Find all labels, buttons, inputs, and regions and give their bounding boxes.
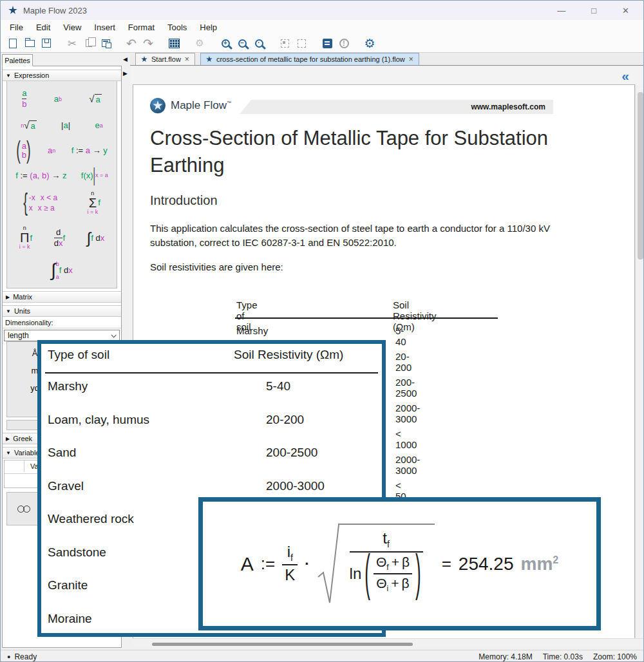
- palette-item-eval-at[interactable]: f(x)|x = a: [81, 171, 108, 180]
- interrupt-icon[interactable]: !: [336, 35, 352, 51]
- copy-icon[interactable]: [80, 35, 97, 51]
- palette-item-product[interactable]: nΠi = kf: [19, 225, 32, 250]
- menu-insert[interactable]: Insert: [88, 23, 122, 32]
- palette-item-definite-integral[interactable]: ∫ ba f dx: [51, 261, 73, 280]
- website-banner: www.maplesoft.com: [240, 100, 553, 114]
- close-button[interactable]: ✕: [622, 6, 629, 15]
- select-marquee-icon[interactable]: [293, 35, 310, 51]
- soil-paragraph: Soil resistivities are given here:: [150, 261, 283, 272]
- table-cell: Loam, clay, humus: [48, 413, 149, 427]
- theta-fraction: Θf+β Θi+β: [374, 554, 412, 593]
- evaluate-gears-icon[interactable]: ⚙: [191, 35, 208, 51]
- toolbar: ✂ ↶ ↷ ⚙ + − · ! ⚙: [1, 34, 643, 53]
- zoom-out-icon[interactable]: −: [234, 35, 251, 51]
- fraction-if-over-K: if K: [282, 544, 298, 584]
- save-icon[interactable]: [38, 35, 55, 51]
- collapse-panel-icon[interactable]: «: [621, 68, 629, 84]
- vertical-scrollbar[interactable]: [635, 84, 644, 638]
- chevron-down-icon: [111, 332, 116, 337]
- table-cell: Sand: [48, 446, 76, 460]
- table-cell: 20-200: [266, 413, 304, 427]
- palette-item-fraction[interactable]: ab: [22, 89, 26, 109]
- table-cell: Marshy: [48, 379, 88, 393]
- table-cell: 200-2500: [395, 377, 417, 399]
- menu-format[interactable]: Format: [122, 23, 161, 32]
- section-units[interactable]: ▼ Units: [3, 305, 121, 317]
- status-dot-icon: ●: [7, 654, 10, 660]
- document-tab-bar: Start.flow × cross-section of metallic t…: [130, 53, 643, 66]
- expand-icon: ▼: [6, 73, 11, 79]
- title-bar: Maple Flow 2023 — □ ✕: [1, 1, 643, 20]
- table-cell: Weathered rock: [48, 512, 134, 526]
- tab-cross-section-flow[interactable]: cross-section of metallic tape for subst…: [200, 53, 419, 65]
- palette-item-piecewise[interactable]: { -xx < a xx ≥ a: [23, 193, 57, 213]
- expand-icon: ▼: [6, 308, 11, 314]
- palette-item-abs[interactable]: |a|: [61, 120, 70, 130]
- maximize-button[interactable]: □: [591, 6, 596, 15]
- cut-icon[interactable]: ✂: [64, 35, 80, 51]
- equation[interactable]: A := if K · tf ln (: [241, 522, 558, 607]
- horizontal-scrollbar-thumb[interactable]: [152, 643, 413, 646]
- document-title: Cross-Section of Metallic Tape for Subst…: [150, 125, 575, 179]
- palette-item-exp[interactable]: ea: [95, 120, 103, 130]
- glasses-icon[interactable]: [17, 506, 30, 513]
- palettes-tab[interactable]: Palettes: [2, 54, 33, 66]
- column-header: Type of soil: [48, 348, 109, 362]
- formula-lhs: A: [241, 553, 254, 575]
- new-document-icon[interactable]: [5, 35, 21, 51]
- settings-gear-icon[interactable]: ⚙: [361, 35, 378, 51]
- zoom-reset-icon[interactable]: ·: [251, 35, 267, 51]
- expression-palette-body: ab ab √a n√a |a| ea: [6, 81, 117, 288]
- column-header: Soil Resistivity (Ωm): [234, 348, 343, 362]
- redo-icon[interactable]: ↷: [140, 35, 156, 51]
- menu-bar: File Edit View Insert Format Tools Help: [1, 20, 643, 34]
- menu-file[interactable]: File: [3, 23, 30, 32]
- palette-item-vector[interactable]: ( ab ): [16, 142, 32, 160]
- maple-leaf-icon: [206, 56, 213, 62]
- palette-item-nth-root[interactable]: n√a: [21, 120, 36, 131]
- status-bar: ● Ready Memory: 4.18M Time: 0.03s Zoom: …: [1, 650, 643, 662]
- palette-item-summation[interactable]: nΣi = kf: [87, 191, 100, 215]
- status-zoom: Zoom: 100%: [593, 652, 637, 661]
- expand-icon: ▼: [6, 450, 11, 456]
- app-window: Maple Flow 2023 — □ ✕ File Edit View Ins…: [0, 0, 644, 662]
- brand-name: Maple Flow: [171, 99, 227, 111]
- menu-view[interactable]: View: [57, 23, 88, 32]
- menu-help[interactable]: Help: [193, 23, 223, 32]
- table-rule: [45, 372, 378, 374]
- document-header-strip: «: [130, 66, 643, 84]
- table-cell: 2000-3000: [395, 402, 420, 424]
- close-tab-icon[interactable]: ×: [185, 55, 189, 64]
- paste-icon[interactable]: [97, 35, 114, 51]
- tab-start-flow[interactable]: Start.flow ×: [135, 53, 195, 65]
- table-cell: < 1000: [395, 428, 417, 450]
- palette-item-derivative[interactable]: ddxf: [54, 228, 65, 249]
- formula-result: 254.25: [459, 554, 514, 574]
- table-cell: Moraine: [48, 612, 92, 626]
- zoom-in-icon[interactable]: +: [217, 35, 234, 51]
- matrix-calc-icon[interactable]: [319, 35, 336, 51]
- palette-item-subscript[interactable]: an: [48, 146, 55, 155]
- open-icon[interactable]: [21, 35, 38, 51]
- menu-tools[interactable]: Tools: [161, 23, 193, 32]
- select-region-icon[interactable]: [276, 35, 293, 51]
- palette-item-power[interactable]: ab: [54, 94, 62, 104]
- window-title: Maple Flow 2023: [23, 6, 87, 15]
- splitter-collapse-left-icon[interactable]: ◀: [123, 56, 128, 62]
- palette-item-function-def2[interactable]: f := (a, b) → z: [15, 171, 66, 180]
- close-tab-icon[interactable]: ×: [409, 55, 413, 64]
- palette-item-integral[interactable]: ∫f dx: [87, 231, 105, 245]
- undo-icon[interactable]: ↶: [123, 35, 140, 51]
- palette-item-sqrt[interactable]: √a: [89, 93, 101, 104]
- section-expression[interactable]: ▼ Expression: [3, 70, 121, 81]
- menu-edit[interactable]: Edit: [30, 23, 57, 32]
- grid-icon[interactable]: [166, 35, 182, 51]
- window-controls: — □ ✕: [557, 6, 643, 15]
- maple-flow-logo-icon: [150, 98, 166, 113]
- minimize-button[interactable]: —: [557, 6, 565, 15]
- palette-item-function-def[interactable]: f := a → y: [71, 146, 108, 155]
- formula-unit: mm2: [520, 554, 558, 574]
- section-matrix[interactable]: ▶ Matrix: [3, 291, 121, 303]
- splitter-expand-right-icon[interactable]: ▶: [123, 70, 128, 77]
- vertical-scrollbar-thumb[interactable]: [638, 92, 643, 260]
